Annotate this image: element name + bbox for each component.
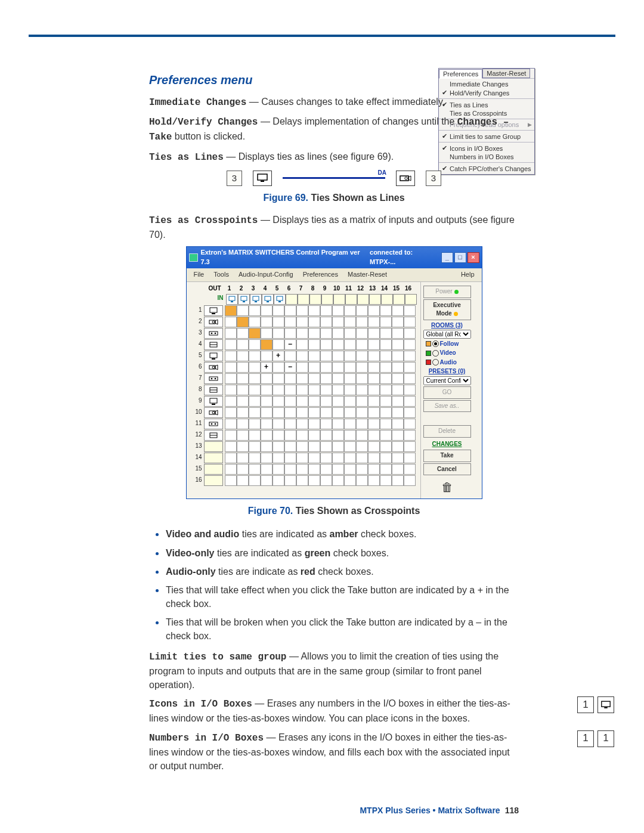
matrix-cell[interactable] (320, 419, 332, 429)
matrix-cell[interactable] (284, 441, 296, 452)
matrix-cell[interactable] (273, 453, 284, 463)
matrix-cell[interactable] (284, 475, 296, 486)
matrix-cell[interactable] (344, 351, 356, 361)
out-header-cell[interactable] (226, 294, 238, 305)
go-button[interactable]: GO (423, 386, 471, 399)
matrix-cell[interactable] (368, 305, 380, 316)
matrix-cell[interactable] (368, 430, 380, 441)
matrix-cell[interactable] (284, 362, 296, 373)
matrix-cell[interactable] (380, 317, 392, 327)
matrix-cell[interactable] (356, 328, 368, 339)
matrix-cell[interactable] (308, 385, 320, 395)
out-header-cell[interactable] (286, 294, 298, 305)
matrix-cell[interactable] (344, 305, 356, 316)
in-row-icon[interactable] (204, 441, 223, 452)
matrix-cell[interactable] (296, 373, 308, 384)
matrix-cell[interactable] (368, 339, 380, 350)
matrix-cell[interactable] (320, 441, 332, 452)
matrix-cell[interactable] (332, 362, 344, 373)
matrix-cell[interactable] (261, 351, 273, 361)
matrix-cell[interactable] (284, 328, 296, 339)
matrix-cell[interactable] (380, 407, 392, 418)
matrix-cell[interactable] (392, 464, 404, 475)
matrix-cell[interactable] (249, 351, 261, 361)
matrix-cell[interactable] (344, 430, 356, 441)
matrix-cell[interactable] (392, 328, 404, 339)
matrix-cell[interactable] (249, 419, 261, 429)
matrix-cell[interactable] (273, 396, 284, 407)
matrix-cell[interactable] (249, 441, 261, 452)
matrix-cell[interactable] (273, 339, 284, 350)
matrix-cell[interactable] (332, 453, 344, 463)
matrix-cell[interactable] (296, 430, 308, 441)
matrix-cell[interactable] (320, 339, 332, 350)
matrix-cell[interactable] (237, 407, 249, 418)
matrix-cell[interactable] (308, 339, 320, 350)
matrix-cell[interactable] (344, 317, 356, 327)
matrix-cell[interactable] (368, 373, 380, 384)
in-row-icon[interactable] (204, 362, 223, 373)
matrix-cell[interactable] (404, 407, 416, 418)
matrix-cell[interactable] (308, 430, 320, 441)
menu-help[interactable]: Help (457, 270, 478, 280)
matrix-cell[interactable] (332, 317, 344, 327)
matrix-cell[interactable] (284, 373, 296, 384)
matrix-cell[interactable] (368, 453, 380, 463)
matrix-cell[interactable] (404, 305, 416, 316)
matrix-cell[interactable] (344, 339, 356, 350)
matrix-cell[interactable] (273, 328, 284, 339)
matrix-cell[interactable] (332, 351, 344, 361)
matrix-cell[interactable] (356, 453, 368, 463)
trash-icon[interactable]: 🗑 (423, 479, 471, 496)
matrix-cell[interactable] (284, 419, 296, 429)
matrix-cell[interactable] (368, 351, 380, 361)
matrix-cell[interactable] (261, 407, 273, 418)
out-header-cell[interactable] (369, 294, 381, 305)
matrix-cell[interactable] (320, 407, 332, 418)
matrix-cell[interactable] (249, 385, 261, 395)
matrix-cell[interactable] (296, 407, 308, 418)
matrix-cell[interactable] (344, 453, 356, 463)
matrix-cell[interactable] (225, 430, 237, 441)
presets-link[interactable]: PRESETS (0) (429, 368, 466, 374)
matrix-cell[interactable] (273, 317, 284, 327)
matrix-cell[interactable] (392, 453, 404, 463)
matrix-cell[interactable] (380, 385, 392, 395)
matrix-cell[interactable] (237, 362, 249, 373)
matrix-cell[interactable] (225, 351, 237, 361)
matrix-cell[interactable] (225, 464, 237, 475)
matrix-cell[interactable] (344, 396, 356, 407)
delete-button[interactable]: Delete (423, 425, 471, 438)
matrix-cell[interactable] (225, 373, 237, 384)
matrix-cell[interactable] (344, 385, 356, 395)
matrix-cell[interactable] (368, 407, 380, 418)
matrix-cell[interactable] (392, 351, 404, 361)
matrix-cell[interactable] (356, 407, 368, 418)
menu-prefs[interactable]: Preferences (299, 270, 342, 280)
power-button[interactable]: Power (423, 286, 471, 298)
matrix-cell[interactable] (273, 475, 284, 486)
matrix-cell[interactable] (308, 396, 320, 407)
matrix-cell[interactable] (237, 373, 249, 384)
out-header-cell[interactable] (274, 294, 286, 305)
matrix-cell[interactable] (273, 362, 284, 373)
matrix-cell[interactable] (296, 396, 308, 407)
matrix-cell[interactable] (368, 464, 380, 475)
in-row-icon[interactable] (204, 407, 223, 418)
matrix-cell[interactable] (332, 305, 344, 316)
matrix-cell[interactable] (249, 339, 261, 350)
out-header-cell[interactable] (333, 294, 345, 305)
matrix-cell[interactable] (273, 407, 284, 418)
matrix-cell[interactable] (308, 464, 320, 475)
matrix-cell[interactable] (380, 339, 392, 350)
close-button[interactable]: × (467, 252, 479, 263)
matrix-cell[interactable] (320, 464, 332, 475)
in-row-icon[interactable] (204, 464, 223, 475)
matrix-cell[interactable] (392, 339, 404, 350)
matrix-cell[interactable] (356, 396, 368, 407)
matrix-cell[interactable] (237, 305, 249, 316)
matrix-cell[interactable] (392, 396, 404, 407)
matrix-cell[interactable] (356, 385, 368, 395)
matrix-cell[interactable] (284, 407, 296, 418)
matrix-cell[interactable] (261, 396, 273, 407)
